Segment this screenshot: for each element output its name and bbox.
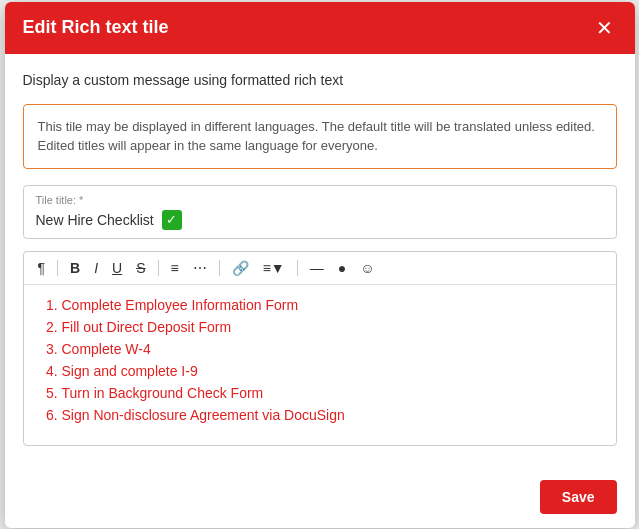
modal-header: Edit Rich text tile ✕ <box>5 2 635 54</box>
toolbar-separator-1 <box>57 260 58 276</box>
align-button[interactable]: ≡▼ <box>259 258 289 278</box>
tile-title-label: Tile title: * <box>36 194 604 206</box>
toolbar-separator-4 <box>297 260 298 276</box>
toolbar-separator-2 <box>158 260 159 276</box>
description-text: Display a custom message using formatted… <box>23 72 617 88</box>
list-item: Complete Employee Information Form <box>62 297 600 313</box>
modal-title: Edit Rich text tile <box>23 17 169 38</box>
list-item-link[interactable]: Sign Non-disclosure Agreement via DocuSi… <box>62 407 345 423</box>
toolbar-separator-3 <box>219 260 220 276</box>
underline-button[interactable]: U <box>108 258 126 278</box>
list-item-link[interactable]: Turn in Background Check Form <box>62 385 264 401</box>
editor-content[interactable]: Complete Employee Information Form Fill … <box>24 285 616 445</box>
color-button[interactable]: ● <box>334 258 350 278</box>
list-item: Sign and complete I-9 <box>62 363 600 379</box>
tile-title-value: New Hire Checklist ✓ <box>36 210 604 230</box>
editor-toolbar: ¶ B I U S ≡ ⋯ 🔗 ≡▼ — ● ☺ <box>24 252 616 285</box>
paragraph-button[interactable]: ¶ <box>34 258 50 278</box>
check-badge: ✓ <box>162 210 182 230</box>
tile-title-section: Tile title: * New Hire Checklist ✓ <box>23 185 617 239</box>
info-text: This tile may be displayed in different … <box>38 119 595 154</box>
modal-body: Display a custom message using formatted… <box>5 54 635 470</box>
close-button[interactable]: ✕ <box>592 16 617 40</box>
list-item: Sign Non-disclosure Agreement via DocuSi… <box>62 407 600 423</box>
list-item-link[interactable]: Fill out Direct Deposit Form <box>62 319 232 335</box>
bold-button[interactable]: B <box>66 258 84 278</box>
list-item: Complete W-4 <box>62 341 600 357</box>
unordered-list-button[interactable]: ≡ <box>167 258 183 278</box>
strikethrough-button[interactable]: S <box>132 258 149 278</box>
list-item-link[interactable]: Complete Employee Information Form <box>62 297 299 313</box>
modal-overlay: Edit Rich text tile ✕ Display a custom m… <box>0 0 639 529</box>
list-item-link[interactable]: Sign and complete I-9 <box>62 363 198 379</box>
info-box: This tile may be displayed in different … <box>23 104 617 169</box>
ordered-list-button[interactable]: ⋯ <box>189 258 211 278</box>
divider-button[interactable]: — <box>306 258 328 278</box>
list-item: Turn in Background Check Form <box>62 385 600 401</box>
modal: Edit Rich text tile ✕ Display a custom m… <box>5 2 635 528</box>
rich-text-editor[interactable]: ¶ B I U S ≡ ⋯ 🔗 ≡▼ — ● ☺ <box>23 251 617 446</box>
italic-button[interactable]: I <box>90 258 102 278</box>
modal-footer: Save <box>5 470 635 528</box>
checklist: Complete Employee Information Form Fill … <box>40 297 600 423</box>
tile-title-text: New Hire Checklist <box>36 212 154 228</box>
list-item: Fill out Direct Deposit Form <box>62 319 600 335</box>
save-button[interactable]: Save <box>540 480 617 514</box>
list-item-link[interactable]: Complete W-4 <box>62 341 151 357</box>
link-button[interactable]: 🔗 <box>228 258 253 278</box>
emoji-button[interactable]: ☺ <box>356 258 378 278</box>
